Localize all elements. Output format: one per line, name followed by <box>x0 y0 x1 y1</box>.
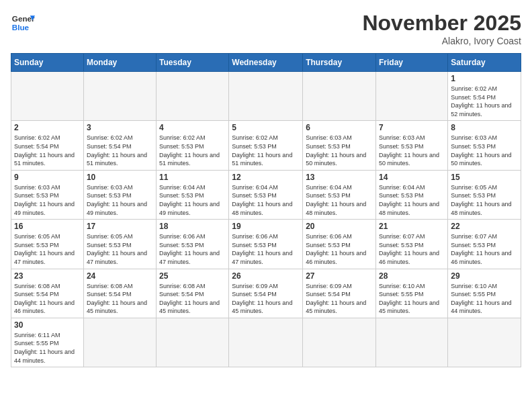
calendar-day-cell: 10Sunrise: 6:03 AM Sunset: 5:53 PM Dayli… <box>83 170 156 219</box>
title-block: November 2025 Alakro, Ivory Coast <box>362 11 521 46</box>
calendar-day-cell: 1Sunrise: 6:02 AM Sunset: 5:54 PM Daylig… <box>448 72 521 121</box>
calendar-day-cell: 3Sunrise: 6:02 AM Sunset: 5:54 PM Daylig… <box>83 121 156 170</box>
day-info: Sunrise: 6:09 AM Sunset: 5:54 PM Dayligh… <box>232 282 300 316</box>
day-number: 30 <box>14 320 81 330</box>
calendar-day-cell <box>229 318 303 367</box>
svg-text:General: General <box>12 14 35 23</box>
calendar-day-cell: 6Sunrise: 6:03 AM Sunset: 5:53 PM Daylig… <box>303 121 376 170</box>
day-number: 4 <box>159 123 226 132</box>
logo-icon: General Blue <box>11 11 35 35</box>
day-number: 17 <box>87 222 153 231</box>
day-number: 2 <box>14 123 81 132</box>
calendar-day-cell: 14Sunrise: 6:04 AM Sunset: 5:53 PM Dayli… <box>376 170 448 219</box>
calendar-day-cell: 8Sunrise: 6:03 AM Sunset: 5:53 PM Daylig… <box>448 121 521 170</box>
day-number: 24 <box>87 271 153 281</box>
day-number: 26 <box>232 271 300 281</box>
col-header-sunday: Sunday <box>11 54 84 72</box>
day-number: 21 <box>379 222 445 231</box>
calendar-week-row: 16Sunrise: 6:05 AM Sunset: 5:53 PM Dayli… <box>11 220 521 269</box>
calendar-day-cell: 4Sunrise: 6:02 AM Sunset: 5:53 PM Daylig… <box>157 121 229 170</box>
col-header-thursday: Thursday <box>303 54 376 72</box>
day-number: 6 <box>306 123 373 132</box>
day-info: Sunrise: 6:02 AM Sunset: 5:53 PM Dayligh… <box>159 134 226 167</box>
day-number: 18 <box>159 222 226 231</box>
col-header-monday: Monday <box>83 54 156 72</box>
calendar-day-cell: 15Sunrise: 6:05 AM Sunset: 5:53 PM Dayli… <box>448 170 521 219</box>
calendar-header-row: SundayMondayTuesdayWednesdayThursdayFrid… <box>11 54 521 72</box>
calendar-day-cell: 9Sunrise: 6:03 AM Sunset: 5:53 PM Daylig… <box>11 170 84 219</box>
calendar-day-cell <box>303 318 376 367</box>
day-info: Sunrise: 6:03 AM Sunset: 5:53 PM Dayligh… <box>379 134 445 167</box>
calendar-day-cell: 12Sunrise: 6:04 AM Sunset: 5:53 PM Dayli… <box>229 170 303 219</box>
calendar-day-cell <box>229 72 303 121</box>
day-info: Sunrise: 6:03 AM Sunset: 5:53 PM Dayligh… <box>87 183 153 217</box>
day-number: 25 <box>159 271 226 281</box>
day-info: Sunrise: 6:06 AM Sunset: 5:53 PM Dayligh… <box>159 232 226 266</box>
day-number: 9 <box>14 173 81 182</box>
day-info: Sunrise: 6:05 AM Sunset: 5:53 PM Dayligh… <box>451 183 518 217</box>
col-header-wednesday: Wednesday <box>229 54 303 72</box>
calendar-day-cell: 26Sunrise: 6:09 AM Sunset: 5:54 PM Dayli… <box>229 269 303 318</box>
calendar-day-cell: 21Sunrise: 6:07 AM Sunset: 5:53 PM Dayli… <box>376 220 448 269</box>
day-info: Sunrise: 6:08 AM Sunset: 5:54 PM Dayligh… <box>159 282 226 316</box>
calendar-day-cell <box>376 318 448 367</box>
day-info: Sunrise: 6:05 AM Sunset: 5:53 PM Dayligh… <box>14 232 81 266</box>
col-header-friday: Friday <box>376 54 448 72</box>
day-number: 20 <box>306 222 373 231</box>
day-number: 3 <box>87 123 153 132</box>
calendar-day-cell <box>83 72 156 121</box>
calendar-day-cell <box>157 72 229 121</box>
calendar-day-cell: 5Sunrise: 6:02 AM Sunset: 5:53 PM Daylig… <box>229 121 303 170</box>
calendar-day-cell <box>11 72 84 121</box>
calendar-day-cell: 11Sunrise: 6:04 AM Sunset: 5:53 PM Dayli… <box>157 170 229 219</box>
day-number: 15 <box>451 173 518 182</box>
calendar-day-cell <box>448 318 521 367</box>
calendar-day-cell: 23Sunrise: 6:08 AM Sunset: 5:54 PM Dayli… <box>11 269 84 318</box>
svg-text:Blue: Blue <box>12 23 30 32</box>
calendar-week-row: 2Sunrise: 6:02 AM Sunset: 5:54 PM Daylig… <box>11 121 521 170</box>
day-number: 28 <box>379 271 445 281</box>
day-info: Sunrise: 6:05 AM Sunset: 5:53 PM Dayligh… <box>87 232 153 266</box>
logo: General Blue <box>11 11 35 35</box>
calendar-day-cell: 22Sunrise: 6:07 AM Sunset: 5:53 PM Dayli… <box>448 220 521 269</box>
day-info: Sunrise: 6:03 AM Sunset: 5:53 PM Dayligh… <box>14 183 81 217</box>
day-info: Sunrise: 6:04 AM Sunset: 5:53 PM Dayligh… <box>159 183 226 217</box>
day-info: Sunrise: 6:07 AM Sunset: 5:53 PM Dayligh… <box>451 232 518 266</box>
calendar-day-cell: 16Sunrise: 6:05 AM Sunset: 5:53 PM Dayli… <box>11 220 84 269</box>
day-number: 13 <box>306 173 373 182</box>
calendar-day-cell: 13Sunrise: 6:04 AM Sunset: 5:53 PM Dayli… <box>303 170 376 219</box>
day-info: Sunrise: 6:08 AM Sunset: 5:54 PM Dayligh… <box>87 282 153 316</box>
day-info: Sunrise: 6:06 AM Sunset: 5:53 PM Dayligh… <box>232 232 300 266</box>
day-number: 29 <box>451 271 518 281</box>
day-info: Sunrise: 6:03 AM Sunset: 5:53 PM Dayligh… <box>451 134 518 167</box>
day-info: Sunrise: 6:02 AM Sunset: 5:54 PM Dayligh… <box>451 85 518 118</box>
calendar-day-cell: 17Sunrise: 6:05 AM Sunset: 5:53 PM Dayli… <box>83 220 156 269</box>
calendar-day-cell <box>303 72 376 121</box>
col-header-saturday: Saturday <box>448 54 521 72</box>
day-info: Sunrise: 6:10 AM Sunset: 5:55 PM Dayligh… <box>379 282 445 316</box>
day-number: 5 <box>232 123 300 132</box>
day-number: 10 <box>87 173 153 182</box>
calendar-day-cell <box>376 72 448 121</box>
day-number: 14 <box>379 173 445 182</box>
day-info: Sunrise: 6:02 AM Sunset: 5:53 PM Dayligh… <box>232 134 300 167</box>
day-info: Sunrise: 6:10 AM Sunset: 5:55 PM Dayligh… <box>451 282 518 316</box>
day-number: 11 <box>159 173 226 182</box>
calendar-day-cell <box>83 318 156 367</box>
col-header-tuesday: Tuesday <box>157 54 229 72</box>
day-info: Sunrise: 6:02 AM Sunset: 5:54 PM Dayligh… <box>14 134 81 167</box>
day-number: 12 <box>232 173 300 182</box>
calendar-day-cell: 24Sunrise: 6:08 AM Sunset: 5:54 PM Dayli… <box>83 269 156 318</box>
page-header: General Blue November 2025 Alakro, Ivory… <box>11 11 521 46</box>
day-info: Sunrise: 6:06 AM Sunset: 5:53 PM Dayligh… <box>306 232 373 266</box>
calendar-day-cell: 2Sunrise: 6:02 AM Sunset: 5:54 PM Daylig… <box>11 121 84 170</box>
calendar-day-cell: 7Sunrise: 6:03 AM Sunset: 5:53 PM Daylig… <box>376 121 448 170</box>
calendar-day-cell: 19Sunrise: 6:06 AM Sunset: 5:53 PM Dayli… <box>229 220 303 269</box>
day-info: Sunrise: 6:07 AM Sunset: 5:53 PM Dayligh… <box>379 232 445 266</box>
day-info: Sunrise: 6:04 AM Sunset: 5:53 PM Dayligh… <box>232 183 300 217</box>
day-number: 16 <box>14 222 81 231</box>
day-number: 27 <box>306 271 373 281</box>
day-number: 1 <box>451 74 518 83</box>
day-number: 7 <box>379 123 445 132</box>
calendar-day-cell: 20Sunrise: 6:06 AM Sunset: 5:53 PM Dayli… <box>303 220 376 269</box>
